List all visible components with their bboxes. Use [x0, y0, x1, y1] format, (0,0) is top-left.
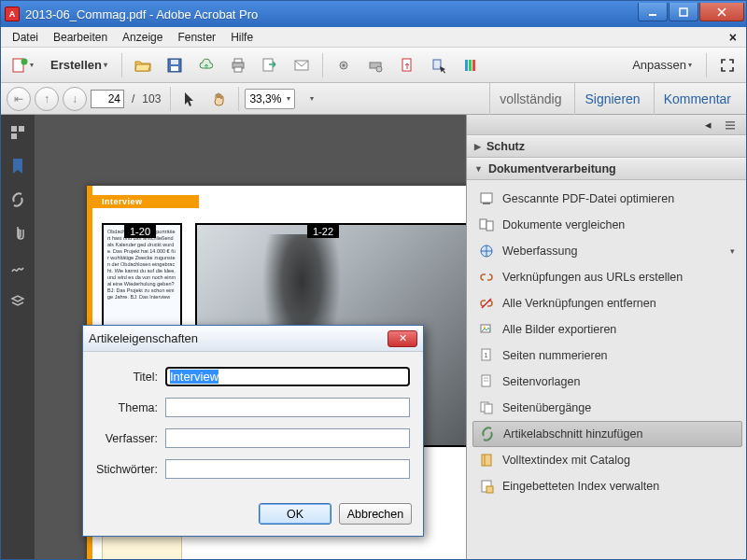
dialog-titlebar[interactable]: Artikeleigenschaften ✕	[83, 326, 423, 352]
input-stichwoerter[interactable]	[165, 459, 410, 479]
input-thema[interactable]	[165, 398, 410, 417]
dialog-overlay: Artikeleigenschaften ✕ Titel: Thema: Ver…	[0, 0, 747, 560]
article-properties-dialog: Artikeleigenschaften ✕ Titel: Thema: Ver…	[82, 325, 424, 537]
cancel-button[interactable]: Abbrechen	[339, 503, 412, 525]
input-titel[interactable]	[165, 367, 410, 386]
ok-button[interactable]: OK	[259, 503, 331, 525]
label-thema: Thema:	[96, 401, 165, 414]
dialog-close-button[interactable]: ✕	[388, 330, 417, 347]
label-titel: Titel:	[96, 371, 165, 384]
label-stichwoerter: Stichwörter:	[96, 463, 165, 476]
label-verfasser: Verfasser:	[96, 432, 165, 445]
dialog-body: Titel: Thema: Verfasser: Stichwörter:	[83, 352, 423, 496]
dialog-buttons: OK Abbrechen	[83, 496, 423, 536]
dialog-title: Artikeleigenschaften	[89, 331, 388, 345]
input-verfasser[interactable]	[165, 428, 410, 448]
